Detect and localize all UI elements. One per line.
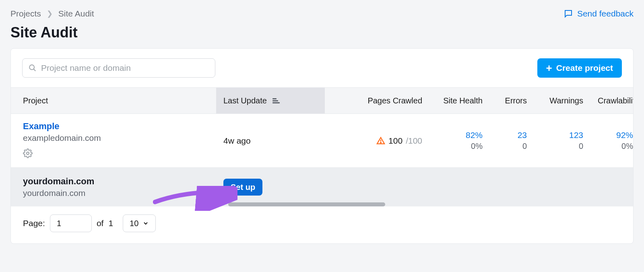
table-row: yourdomain.com yourdomain.com Set up: [11, 168, 633, 206]
cell-errors: 23 0: [490, 130, 534, 151]
cell-pages-crawled: 100/100: [332, 136, 422, 146]
warnings-value[interactable]: 123: [541, 130, 583, 140]
breadcrumb: Projects ❯ Site Audit: [10, 9, 94, 19]
chat-icon: [564, 9, 573, 19]
pagination: Page: 1 of 1 10: [11, 206, 633, 243]
svg-point-2: [27, 152, 29, 155]
cell-last-update: 4w ago: [216, 136, 325, 146]
chevron-down-icon: [142, 220, 149, 227]
horizontal-scrollbar[interactable]: [228, 202, 385, 206]
site-health-delta: 0%: [437, 142, 483, 151]
warning-icon: [376, 136, 385, 145]
errors-value[interactable]: 23: [497, 130, 527, 140]
search-icon: [28, 64, 37, 72]
cell-site-health: 82% 0%: [429, 130, 490, 151]
breadcrumb-root[interactable]: Projects: [10, 9, 41, 19]
pages-crawled-total: /100: [406, 136, 422, 146]
setup-button[interactable]: Set up: [223, 179, 262, 196]
project-domain: yourdomain.com: [23, 188, 209, 198]
svg-point-0: [29, 65, 34, 70]
col-last-update-label: Last Update: [223, 96, 267, 105]
cell-crawlability: 92% 0%: [590, 130, 633, 151]
table-header: Project Last Update Pages Crawled Site H…: [11, 87, 633, 114]
project-name-link[interactable]: Example: [23, 121, 209, 132]
errors-delta: 0: [497, 142, 527, 151]
send-feedback-label: Send feedback: [577, 9, 634, 19]
pages-crawled-value: 100: [388, 136, 402, 146]
chevron-right-icon: ❯: [47, 9, 53, 18]
site-health-value[interactable]: 82%: [437, 130, 483, 140]
sort-icon: [272, 98, 280, 103]
crawlability-delta: 0%: [598, 142, 633, 151]
project-domain: exampledomain.com: [23, 133, 209, 143]
create-project-button[interactable]: + Create project: [537, 58, 622, 78]
svg-point-4: [380, 142, 381, 143]
gear-icon: [23, 148, 33, 158]
page-of-label: of: [97, 218, 104, 228]
page-title: Site Audit: [0, 19, 644, 48]
cell-warnings: 123 0: [534, 130, 590, 151]
project-settings-button[interactable]: [23, 148, 209, 160]
table-row: Example exampledomain.com 4w ago 100/100…: [11, 114, 633, 168]
search-box[interactable]: [22, 58, 215, 78]
project-name: yourdomain.com: [23, 176, 209, 187]
crawlability-value[interactable]: 92%: [598, 130, 633, 140]
page-size-value: 10: [130, 219, 138, 228]
col-site-health[interactable]: Site Health: [429, 96, 490, 105]
col-pages-crawled[interactable]: Pages Crawled: [325, 96, 429, 105]
col-last-update[interactable]: Last Update: [216, 88, 325, 113]
breadcrumb-current: Site Audit: [58, 9, 94, 19]
svg-line-1: [34, 69, 36, 71]
search-input[interactable]: [41, 63, 209, 73]
send-feedback-link[interactable]: Send feedback: [564, 9, 634, 19]
col-project[interactable]: Project: [11, 96, 216, 105]
plus-icon: +: [546, 63, 552, 73]
create-project-label: Create project: [556, 63, 613, 73]
page-number-input[interactable]: 1: [50, 214, 92, 232]
col-warnings[interactable]: Warnings: [534, 96, 590, 105]
warnings-delta: 0: [541, 142, 583, 151]
col-crawlability[interactable]: Crawlabilit: [590, 96, 633, 105]
page-total: 1: [108, 218, 113, 228]
page-size-select[interactable]: 10: [123, 214, 156, 232]
page-label: Page:: [23, 218, 45, 228]
projects-panel: + Create project Project Last Update Pag…: [10, 48, 634, 244]
col-errors[interactable]: Errors: [490, 96, 534, 105]
